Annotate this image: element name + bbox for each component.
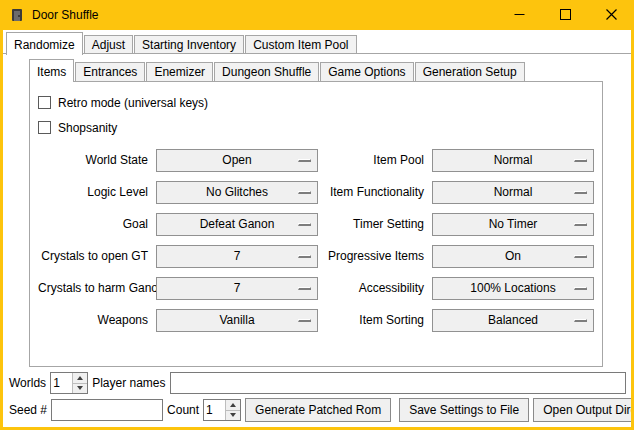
dropdown-crystals-harm-ganon[interactable]: 7 — [156, 277, 318, 300]
titlebar[interactable]: Door Shuffle — [0, 0, 634, 30]
dropdown-value: 7 — [234, 249, 241, 263]
worlds-spinbox — [50, 372, 88, 394]
dropdown-value: Open — [222, 153, 251, 167]
tab-adjust[interactable]: Adjust — [84, 35, 133, 54]
count-label: Count — [167, 403, 199, 417]
dropdown-value: 100% Locations — [470, 281, 555, 295]
label-logic-level: Logic Level — [38, 185, 156, 199]
close-icon — [606, 6, 617, 24]
worlds-label: Worlds — [9, 376, 46, 390]
dropdown-value: Normal — [494, 153, 533, 167]
option-menu-indicator-icon — [574, 223, 587, 226]
arrow-down-icon — [77, 386, 83, 390]
tab-starting-inventory[interactable]: Starting Inventory — [134, 35, 244, 54]
items-tab-pane: Retro mode (universal keys) Shopsanity W… — [29, 81, 603, 367]
tab-dungeon-shuffle[interactable]: Dungeon Shuffle — [214, 62, 319, 81]
dropdown-value: On — [505, 249, 521, 263]
dropdown-weapons[interactable]: Vanilla — [156, 309, 318, 332]
bottom-bar: Worlds Player names Seed # Count — [3, 367, 631, 427]
dropdown-logic-level[interactable]: No Glitches — [156, 181, 318, 204]
player-names-input[interactable] — [170, 372, 627, 394]
label-weapons: Weapons — [38, 313, 156, 327]
dropdown-accessibility[interactable]: 100% Locations — [432, 277, 594, 300]
spin-down-button[interactable] — [226, 411, 240, 421]
checkbox-label: Shopsanity — [58, 121, 117, 135]
dropdown-item-pool[interactable]: Normal — [432, 149, 594, 172]
dropdown-value: Balanced — [488, 313, 538, 327]
open-output-directory-button[interactable]: Open Output Directory — [533, 398, 634, 422]
option-menu-indicator-icon — [574, 191, 587, 194]
minimize-icon — [514, 6, 525, 24]
tab-enemizer[interactable]: Enemizer — [146, 62, 213, 81]
dropdown-item-sorting[interactable]: Balanced — [432, 309, 594, 332]
worlds-input[interactable] — [51, 373, 72, 393]
dropdown-timer-setting[interactable]: No Timer — [432, 213, 594, 236]
dropdown-item-functionality[interactable]: Normal — [432, 181, 594, 204]
dropdown-value: No Glitches — [206, 185, 268, 199]
label-item-pool: Item Pool — [318, 153, 432, 167]
option-menu-indicator-icon — [298, 223, 311, 226]
generate-patched-rom-button[interactable]: Generate Patched Rom — [245, 398, 391, 422]
option-menu-indicator-icon — [298, 319, 311, 322]
spin-down-button[interactable] — [73, 384, 87, 394]
checkbox-shopsanity[interactable]: Shopsanity — [38, 115, 594, 140]
option-menu-indicator-icon — [574, 255, 587, 258]
spin-up-button[interactable] — [73, 373, 87, 384]
option-menu-indicator-icon — [298, 255, 311, 258]
label-item-functionality: Item Functionality — [318, 185, 432, 199]
dropdown-crystals-open-gt[interactable]: 7 — [156, 245, 318, 268]
window-title: Door Shuffle — [32, 8, 99, 22]
window-body: Randomize Adjust Starting Inventory Cust… — [3, 30, 631, 427]
dropdown-value: 7 — [234, 281, 241, 295]
option-menu-indicator-icon — [298, 159, 311, 162]
randomize-tab-pane: Items Entrances Enemizer Dungeon Shuffle… — [3, 53, 631, 367]
dropdown-world-state[interactable]: Open — [156, 149, 318, 172]
options-grid: World State Open Item Pool Normal Logic … — [38, 144, 594, 336]
worlds-spin-buttons — [72, 373, 87, 393]
label-progressive-items: Progressive Items — [318, 249, 432, 263]
option-menu-indicator-icon — [574, 159, 587, 162]
dropdown-goal[interactable]: Defeat Ganon — [156, 213, 318, 236]
dropdown-progressive-items[interactable]: On — [432, 245, 594, 268]
label-accessibility: Accessibility — [318, 281, 432, 295]
arrow-down-icon — [230, 413, 236, 417]
close-button[interactable] — [588, 0, 634, 30]
dropdown-value: Defeat Ganon — [200, 217, 275, 231]
dropdown-value: Vanilla — [219, 313, 254, 327]
label-goal: Goal — [38, 217, 156, 231]
seed-input[interactable] — [51, 399, 163, 421]
maximize-button[interactable] — [542, 0, 588, 30]
dropdown-value: No Timer — [489, 217, 538, 231]
spin-up-button[interactable] — [226, 400, 240, 411]
tab-generation-setup[interactable]: Generation Setup — [415, 62, 525, 81]
seed-row: Seed # Count Generate Patched Rom Save S… — [9, 398, 626, 422]
checkbox-box[interactable] — [38, 121, 51, 134]
inner-tab-bar: Items Entrances Enemizer Dungeon Shuffle… — [29, 57, 603, 81]
option-menu-indicator-icon — [298, 191, 311, 194]
label-timer-setting: Timer Setting — [318, 217, 432, 231]
tab-items[interactable]: Items — [29, 59, 74, 82]
label-world-state: World State — [38, 153, 156, 167]
save-settings-button[interactable]: Save Settings to File — [399, 398, 529, 422]
worlds-row: Worlds Player names — [9, 371, 626, 395]
option-menu-indicator-icon — [298, 287, 311, 290]
checkbox-retro-mode[interactable]: Retro mode (universal keys) — [38, 90, 594, 115]
app-icon door-icon — [9, 7, 25, 23]
checkbox-label: Retro mode (universal keys) — [58, 96, 208, 110]
tab-custom-item-pool[interactable]: Custom Item Pool — [245, 35, 356, 54]
count-input[interactable] — [204, 400, 225, 420]
tab-randomize[interactable]: Randomize — [6, 32, 83, 55]
label-crystals-harm-ganon: Crystals to harm Ganon — [38, 281, 156, 295]
tab-game-options[interactable]: Game Options — [320, 62, 413, 81]
arrow-up-icon — [77, 376, 83, 380]
player-names-label: Player names — [92, 376, 165, 390]
window-controls — [496, 0, 634, 30]
maximize-icon — [560, 6, 571, 24]
arrow-up-icon — [230, 403, 236, 407]
option-menu-indicator-icon — [574, 319, 587, 322]
tab-entrances[interactable]: Entrances — [75, 62, 145, 81]
checkbox-box[interactable] — [38, 96, 51, 109]
outer-tab-bar: Randomize Adjust Starting Inventory Cust… — [3, 30, 631, 54]
minimize-button[interactable] — [496, 0, 542, 30]
dropdown-value: Normal — [494, 185, 533, 199]
